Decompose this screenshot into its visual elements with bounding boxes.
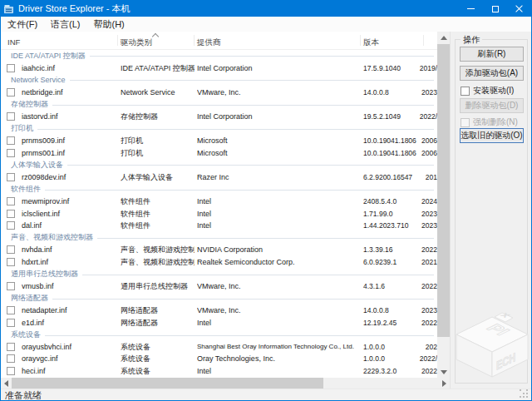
table-row[interactable]: prnms009.inf打印机Microsoft10.0.19041.18062… [1,135,437,147]
cell-inf: e1d.inf [22,317,116,329]
row-checkbox[interactable] [7,197,15,205]
table-row[interactable]: orayvgc.inf系统设备Oray Technologies, Inc.1.… [1,353,437,365]
maximize-icon [492,6,499,12]
row-checkbox[interactable] [7,258,15,266]
cell-date: 2023 [416,304,437,317]
menu-help[interactable]: 帮助(H) [87,17,131,32]
cell-version: 2229.3.2.0 [363,365,416,378]
arrow-down-icon [441,370,447,374]
group-label: 存储控制器 [11,99,48,110]
group-label: Network Service [11,76,66,84]
install-driver-checkbox[interactable] [461,87,470,96]
scroll-left-button[interactable] [1,378,12,389]
table-row[interactable]: prnms001.inf打印机Microsoft10.0.19041.18062… [1,147,437,160]
maximize-button[interactable] [483,1,507,17]
add-driver-package-button[interactable]: 添加驱动包(A) [460,66,524,81]
table-row[interactable]: netadapter.inf网络适配器VMware, Inc.14.0.0.82… [1,304,437,317]
vertical-scrollbar[interactable] [437,32,450,378]
row-checkbox[interactable] [7,210,15,218]
row-checkbox[interactable] [7,343,15,351]
row-checkbox[interactable] [7,149,15,157]
table-row[interactable]: dal.inf软件组件Intel1.44.2023.7102023 [1,220,437,232]
table-row[interactable]: e1d.inf网络适配器Intel12.19.2.452022 [1,317,437,329]
cell-driver-class: 人体学输入设备 [121,171,195,184]
cell-version: 14.0.0.8 [363,304,416,317]
cell-version: 4.3.1.6 [363,280,416,293]
table-row[interactable]: iastorvd.inf存储控制器Intel Corporation19.5.2… [1,111,437,123]
cell-inf: dal.inf [22,220,116,232]
cell-driver-class: 软件组件 [121,208,195,220]
table-row[interactable]: netbridge.infNetwork ServiceVMware, Inc.… [1,87,437,99]
group-row: IDE ATA/ATAPI 控制器 [1,50,437,62]
header-provider[interactable]: 提供商 [197,32,221,50]
group-row: 打印机 [1,122,437,135]
cell-date: 2022/ [416,111,437,123]
column-separator [194,35,195,46]
minimize-button[interactable] [459,1,483,17]
close-button[interactable] [507,1,531,17]
cell-driver-class: 通用串行总线控制器 [121,280,195,293]
cell-driver-class: 打印机 [121,147,195,160]
cell-provider: Intel Corporation [197,111,361,123]
row-checkbox[interactable] [7,221,15,230]
scroll-down-button[interactable] [437,366,450,378]
row-checkbox[interactable] [7,64,15,72]
select-old-drivers-button[interactable]: 选取旧的驱动(O) [460,128,524,143]
refresh-button[interactable]: 刷新(R) [460,47,524,62]
row-checkbox[interactable] [7,306,15,314]
column-separator [117,35,118,46]
row-checkbox[interactable] [7,367,15,375]
table-row[interactable]: heci.inf系统设备Intel2229.3.2.02022 [1,365,437,378]
menu-language[interactable]: 语言(L) [44,17,86,32]
horizontal-scroll-thumb[interactable] [12,378,323,389]
cell-inf: iaahcic.inf [22,62,116,75]
table-row[interactable]: hdxrt.inf声音、视频和游戏控制器Realtek Semiconducto… [1,256,437,269]
table-row[interactable]: nvhda.inf声音、视频和游戏控制器NVIDIA Corporation1.… [1,244,437,256]
menu-file[interactable]: 文件(F) [1,17,44,32]
table-row[interactable]: iaahcic.infIDE ATA/ATAPI 控制器Intel Corpor… [1,62,437,75]
column-separator [423,35,424,46]
cell-date: 2023 [416,87,437,99]
group-divider [45,190,434,191]
header-version[interactable]: 版本 [363,32,379,50]
group-label: 声音、视频和游戏控制器 [11,232,93,243]
install-driver-checkbox-row: 安装驱动(I) [461,86,514,96]
table-row[interactable]: vmusb.inf通用串行总线控制器VMware, Inc.4.3.1.6202… [1,280,437,293]
table-row[interactable]: rz0098dev.inf人体学输入设备Razer Inc6.2.9200.16… [1,171,437,184]
cell-date: 202 [416,341,437,354]
cell-driver-class: IDE ATA/ATAPI 控制器 [121,62,195,75]
row-checkbox[interactable] [7,136,15,145]
row-checkbox[interactable] [7,88,15,97]
cell-date: 2021 [416,256,437,269]
cell-inf: orayusbvhci.inf [22,341,116,354]
header-driver-class[interactable]: 驱动类别 [121,32,152,50]
row-checkbox[interactable] [7,354,15,363]
cell-version: 14.0.0.8 [363,87,416,99]
table-row[interactable]: orayusbvhci.inf系统设备Shanghai Best Oray In… [1,341,437,354]
table-row[interactable]: iclsclient.inf软件组件Intel1.71.99.02023 [1,208,437,220]
menubar: 文件(F) 语言(L) 帮助(H) [1,17,531,32]
resize-grip[interactable] [520,389,529,399]
header-inf[interactable]: INF [7,32,20,50]
cell-inf: netbridge.inf [22,87,116,99]
cell-driver-class: 系统设备 [121,353,195,365]
group-label: 人体学输入设备 [11,160,63,171]
row-checkbox[interactable] [7,245,15,254]
cell-driver-class: 系统设备 [121,365,195,378]
row-checkbox[interactable] [7,319,15,327]
scroll-right-button[interactable] [439,378,450,389]
caption-buttons [459,1,531,17]
row-checkbox[interactable] [7,173,15,181]
cell-driver-class: 软件组件 [121,196,195,208]
force-delete-label: 强制删除(N) [473,116,518,128]
table-row[interactable]: mewmiprov.inf软件组件Intel2408.5.4.02024 [1,196,437,208]
row-checkbox[interactable] [7,112,15,121]
vertical-scroll-thumb[interactable] [437,44,450,337]
cell-version: 1.44.2023.710 [363,220,416,232]
scroll-up-button[interactable] [437,32,450,43]
horizontal-scrollbar[interactable] [1,378,450,389]
row-checkbox[interactable] [7,282,15,290]
group-row: 存储控制器 [1,98,437,111]
delete-driver-package-button: 删除驱动包(D) [460,98,524,113]
cell-version: 12.19.2.45 [363,317,416,329]
